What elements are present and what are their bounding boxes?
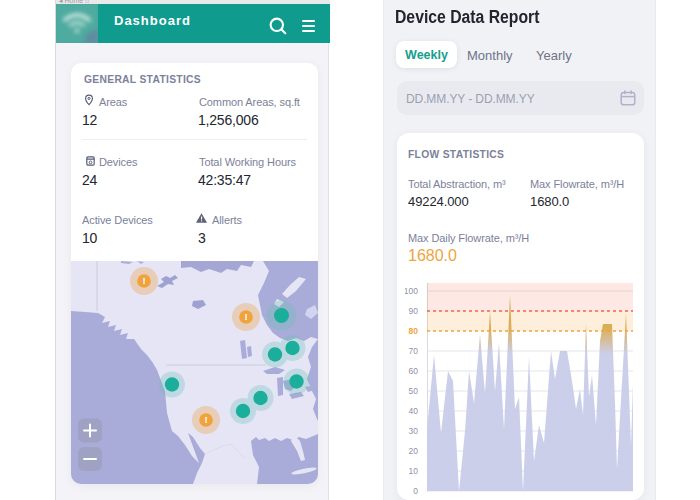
- svg-text:10: 10: [409, 466, 419, 476]
- svg-text:20: 20: [409, 446, 419, 456]
- svg-text:60: 60: [409, 366, 419, 376]
- svg-text:50: 50: [409, 386, 419, 396]
- svg-text:0: 0: [413, 486, 418, 496]
- svg-text:!: !: [204, 414, 207, 425]
- svg-text:70: 70: [409, 346, 419, 356]
- svg-text:80: 80: [409, 326, 419, 336]
- svg-text:40: 40: [409, 406, 419, 416]
- svg-text:100: 100: [405, 286, 418, 296]
- svg-text:30: 30: [409, 426, 419, 436]
- svg-text:!: !: [142, 275, 145, 286]
- svg-text:90: 90: [409, 306, 419, 316]
- svg-text:!: !: [244, 311, 247, 322]
